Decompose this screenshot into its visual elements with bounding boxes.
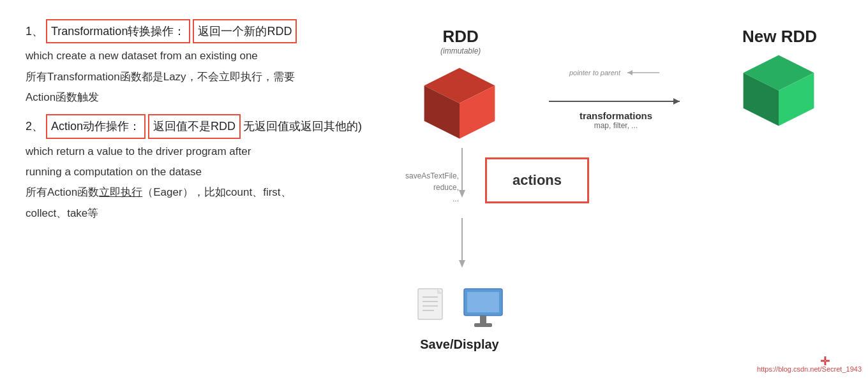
transform-area: pointer to parent transformations map, f… [504, 68, 728, 130]
return-desc-2: 返回值不是RDD [148, 114, 241, 138]
rdd-subtitle: (immutable) [440, 47, 481, 55]
save-labels: saveAsTextFile, reduce, ... [405, 170, 459, 205]
svg-rect-21 [467, 292, 499, 312]
section-1-line3: Action函数触发 [26, 87, 383, 108]
transform-arrow-svg [546, 96, 686, 106]
svg-marker-7 [627, 70, 632, 75]
section-1-number: 1、 [26, 21, 43, 41]
transformations-sub: map, filter, ... [504, 121, 728, 130]
section-2-line2: running a computation on the datase [26, 162, 383, 182]
cursor-indicator: ✛ [820, 354, 830, 368]
icons-row [415, 287, 504, 332]
term-transformation: Transformation转换操作： [46, 19, 190, 43]
pointer-label: pointer to parent [569, 69, 620, 76]
svg-rect-23 [474, 323, 492, 327]
section-2-line4: collect、take等 [26, 203, 383, 224]
section-2-line3-underline: 立即执行 [99, 186, 142, 198]
rdd-title: RDD [440, 27, 481, 47]
term-action: Action动作操作： [46, 114, 146, 138]
actions-label: actions [513, 172, 562, 188]
watermark: https://blog.csdn.net/Secret_1943 [757, 365, 862, 373]
save-display-label: Save/Display [420, 337, 498, 352]
monitor-icon [463, 287, 504, 332]
section-2: 2、 Action动作操作： 返回值不是RDD 无返回值或返回其他的) whic… [26, 114, 383, 224]
document-icon [415, 287, 450, 332]
section-2-number: 2、 [26, 116, 43, 136]
section-2-suffix: 无返回值或返回其他的) [243, 116, 362, 136]
svg-marker-11 [459, 190, 465, 198]
section-2-line1: which return a value to the driver progr… [26, 142, 383, 162]
vertical-arrow-top [458, 148, 467, 201]
section-1-title: 1、 Transformation转换操作： 返回一个新的RDD [26, 19, 383, 43]
section-1-line1: which create a new dataset from an exist… [26, 46, 383, 66]
new-rdd-title: New RDD [742, 27, 817, 47]
section-1: 1、 Transformation转换操作： 返回一个新的RDD which c… [26, 19, 383, 108]
section-2-title: 2、 Action动作操作： 返回值不是RDD 无返回值或返回其他的) [26, 114, 383, 138]
svg-marker-13 [459, 260, 465, 268]
actions-box: actions [485, 157, 589, 203]
save-label-2: reduce, [405, 182, 459, 193]
svg-marker-9 [673, 98, 680, 105]
transformations-label: transformations [504, 110, 728, 121]
new-rdd-label: New RDD [742, 27, 817, 47]
return-desc-1: 返回一个新的RDD [193, 19, 297, 43]
save-label-3: ... [405, 193, 459, 205]
save-display-area: Save/Display [415, 287, 504, 352]
rdd-label: RDD (immutable) [440, 27, 481, 55]
section-2-line3-suffix: （Eager），比如count、first、 [142, 186, 291, 198]
red-cube [415, 65, 504, 142]
section-1-line2: 所有Transformation函数都是Lazy，不会立即执行，需要 [26, 67, 383, 87]
svg-rect-22 [480, 316, 486, 324]
save-label-1: saveAsTextFile, [405, 170, 459, 182]
section-2-line3: 所有Action函数立即执行（Eager），比如count、first、 [26, 182, 383, 203]
diagram: RDD (immutable) New RDD [402, 20, 836, 358]
green-cube [734, 52, 823, 129]
vertical-arrow-bottom [458, 218, 467, 272]
section-2-line3-prefix: 所有Action函数 [26, 186, 99, 198]
main-container: 1、 Transformation转换操作： 返回一个新的RDD which c… [0, 0, 868, 378]
pointer-arrow [624, 68, 662, 77]
right-panel: RDD (immutable) New RDD [396, 19, 842, 359]
left-panel: 1、 Transformation转换操作： 返回一个新的RDD which c… [26, 19, 396, 359]
